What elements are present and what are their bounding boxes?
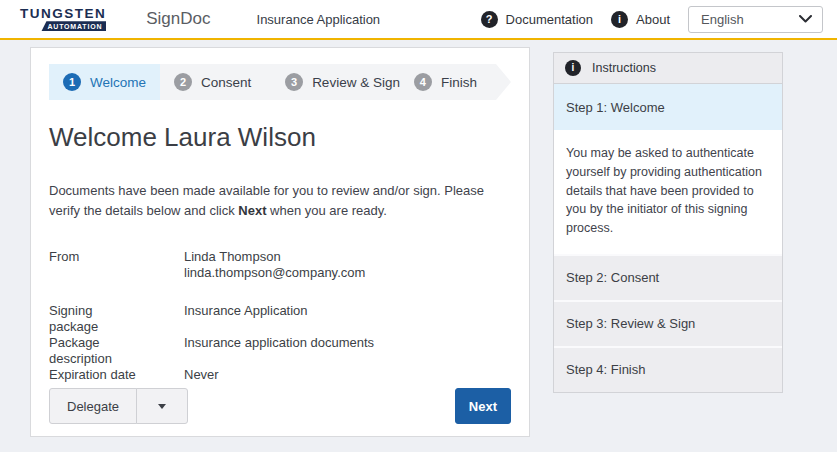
field-label: From (49, 249, 184, 281)
step-number-badge: 4 (414, 73, 432, 91)
step-label: Review & Sign (312, 75, 400, 90)
field-label: Signing package (49, 303, 184, 335)
sidebar-step-4-finish: Step 4: Finish (554, 346, 782, 392)
step-progress-bar: 1 Welcome 2 Consent 3 Review & Sign 4 Fi… (49, 64, 511, 100)
next-button[interactable]: Next (455, 388, 511, 424)
logo-text-automation: AUTOMATION (41, 21, 106, 31)
tungsten-automation-logo: TUNGSTEN AUTOMATION (20, 7, 106, 32)
package-description: Insurance application documents (184, 335, 374, 351)
signing-package-name: Insurance Application (184, 303, 308, 319)
delegate-split-button: Delegate (49, 388, 188, 424)
page-title: Welcome Laura Wilson (49, 122, 511, 153)
app-name: SignDoc (146, 9, 210, 29)
help-icon[interactable]: ? (481, 11, 498, 28)
field-value: Never (184, 367, 219, 383)
intro-text-bold-next: Next (238, 203, 266, 218)
sidebar-step-1-description: You may be asked to authenticate yoursel… (554, 130, 782, 254)
delegate-dropdown-button[interactable] (136, 388, 188, 424)
header-package-title: Insurance Application (257, 12, 381, 27)
step-number-badge: 1 (63, 73, 81, 91)
field-label: Package description (49, 335, 184, 367)
info-icon: i (565, 60, 581, 76)
sidebar-step-2-consent: Step 2: Consent (554, 254, 782, 300)
intro-text: Documents have been made available for y… (49, 181, 509, 221)
step-label: Welcome (90, 75, 146, 90)
field-value: Insurance Application (184, 303, 308, 335)
welcome-card: 1 Welcome 2 Consent 3 Review & Sign 4 Fi… (30, 47, 530, 437)
delegate-button[interactable]: Delegate (49, 388, 137, 424)
about-link[interactable]: About (636, 12, 670, 27)
stepper-step-consent[interactable]: 2 Consent (160, 64, 271, 100)
package-details: From Linda Thompson linda.thompson@compa… (49, 249, 511, 383)
header-actions: ? Documentation i About English (481, 6, 823, 33)
field-row-signing-package: Signing package Insurance Application (49, 303, 511, 335)
logo-text-tungsten: TUNGSTEN (20, 7, 106, 21)
intro-text-after: when you are ready. (267, 203, 387, 218)
stepper-step-review-sign[interactable]: 3 Review & Sign (271, 64, 400, 100)
step-number-badge: 3 (285, 73, 303, 91)
field-row-expiration-date: Expiration date Never (49, 367, 511, 383)
language-select-value: English (701, 12, 799, 27)
sender-name: Linda Thompson (184, 249, 365, 265)
instructions-title: Instructions (592, 61, 656, 75)
step-number-badge: 2 (174, 73, 192, 91)
stepper-step-welcome[interactable]: 1 Welcome (49, 64, 160, 100)
step-label: Finish (441, 75, 477, 90)
instructions-panel: i Instructions Step 1: Welcome You may b… (553, 52, 783, 393)
card-actions: Delegate Next (49, 388, 511, 424)
sender-email: linda.thompson@company.com (184, 265, 365, 281)
field-value: Linda Thompson linda.thompson@company.co… (184, 249, 365, 281)
top-header: TUNGSTEN AUTOMATION SignDoc Insurance Ap… (0, 0, 837, 40)
sidebar-step-1-welcome: Step 1: Welcome (554, 84, 782, 130)
sidebar-step-3-review-sign: Step 3: Review & Sign (554, 300, 782, 346)
expiration-date-value: Never (184, 367, 219, 383)
field-row-package-description: Package description Insurance applicatio… (49, 335, 511, 367)
step-label: Consent (201, 75, 251, 90)
documentation-link[interactable]: Documentation (506, 12, 593, 27)
info-icon[interactable]: i (611, 11, 628, 28)
instructions-header: i Instructions (554, 53, 782, 84)
field-label: Expiration date (49, 367, 184, 383)
stepper-step-finish[interactable]: 4 Finish (400, 64, 511, 100)
language-select[interactable]: English (688, 6, 823, 33)
field-value: Insurance application documents (184, 335, 374, 367)
chevron-down-icon (799, 15, 812, 23)
field-row-from: From Linda Thompson linda.thompson@compa… (49, 249, 511, 281)
caret-down-icon (158, 404, 166, 409)
